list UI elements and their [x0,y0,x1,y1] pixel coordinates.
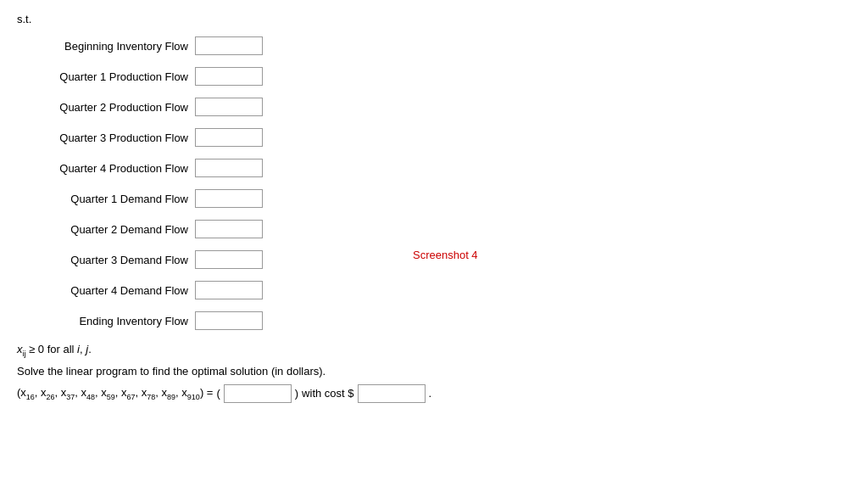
ending-inventory-flow-input[interactable] [195,311,263,330]
solution-cost-input[interactable] [358,384,426,403]
quarter2-production-flow-input[interactable] [195,98,263,116]
quarter1-demand-flow-input[interactable] [195,189,263,208]
constraint-label-6: Quarter 2 Demand Flow [17,223,195,236]
constraint-row-8: Quarter 4 Demand Flow [17,278,851,302]
constraint-row-9: Ending Inventory Flow [17,309,851,333]
period: . [429,387,432,400]
constraint-label-5: Quarter 1 Demand Flow [17,193,195,205]
beginning-inventory-flow-input[interactable] [195,36,263,55]
constraint-label-7: Quarter 3 Demand Flow [17,254,195,266]
constraint-label-3: Quarter 3 Production Flow [17,131,195,144]
quarter4-production-flow-input[interactable] [195,159,263,177]
constraint-row-5: Quarter 1 Demand Flow [17,187,851,210]
constraint-row-1: Quarter 1 Production Flow [17,64,851,88]
open-paren: ( [216,388,220,399]
close-paren: ) [295,388,298,399]
constraint-label-0: Beginning Inventory Flow [17,40,195,53]
constraint-label-8: Quarter 4 Demand Flow [17,284,195,297]
quarter3-production-flow-input[interactable] [195,128,263,147]
constraint-label-9: Ending Inventory Flow [17,315,195,327]
quarter1-production-flow-input[interactable] [195,67,263,86]
screenshot-label: Screenshot 4 [413,249,478,261]
constraint-label-4: Quarter 4 Production Flow [17,162,195,175]
with-cost-label: with cost $ [302,387,353,400]
solution-row: (x16, x26, x37, x48, x59, x67, x78, x89,… [17,384,851,403]
constraint-row-0: Beginning Inventory Flow [17,34,851,58]
constraint-row-6: Quarter 2 Demand Flow [17,217,851,241]
solution-tuple-input[interactable] [224,384,292,403]
constraint-label-2: Quarter 2 Production Flow [17,101,195,114]
st-label: s.t. [17,13,851,25]
quarter3-demand-flow-input[interactable] [195,250,263,269]
constraint-label-1: Quarter 1 Production Flow [17,70,195,83]
solution-prefix: (x16, x26, x37, x48, x59, x67, x78, x89,… [17,386,213,401]
quarter2-demand-flow-input[interactable] [195,220,263,238]
constraint-row-2: Quarter 2 Production Flow [17,95,851,119]
solve-text: Solve the linear program to find the opt… [17,365,851,378]
nonneg-constraint: xij ≥ 0 for all i, j. [17,343,851,358]
constraint-row-3: Quarter 3 Production Flow [17,126,851,149]
constraint-row-4: Quarter 4 Production Flow [17,156,851,180]
quarter4-demand-flow-input[interactable] [195,281,263,299]
